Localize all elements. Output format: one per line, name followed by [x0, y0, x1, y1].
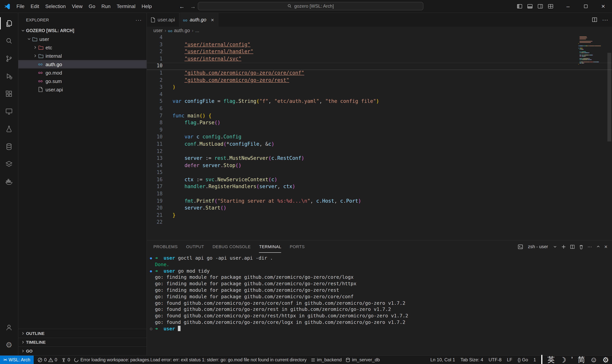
customize-layout-icon[interactable] — [547, 3, 554, 10]
tree-root[interactable]: GOZERO [WSL: ARCH] — [18, 26, 146, 35]
remote-icon: >< — [3, 358, 7, 362]
ime-emoji-icon[interactable]: ☺ — [590, 356, 598, 364]
chevron-right-icon — [20, 349, 26, 353]
command-center-search[interactable]: gozero [WSL: Arch] — [198, 2, 424, 10]
run-debug-icon[interactable] — [0, 67, 18, 85]
section-go[interactable]: GO — [18, 346, 146, 355]
split-terminal-icon[interactable] — [570, 244, 575, 249]
shell-label[interactable]: zsh - user — [528, 244, 548, 249]
close-tab-icon[interactable]: × — [211, 17, 214, 23]
shell-dropdown-icon[interactable] — [553, 244, 557, 249]
source-control-icon[interactable] — [0, 50, 18, 67]
tree-item-user[interactable]: user — [18, 35, 146, 43]
forward-button[interactable]: → — [190, 3, 196, 10]
menu-file[interactable]: File — [13, 3, 27, 9]
ports-icon — [61, 357, 66, 362]
status-item-im-backend[interactable]: im_backend — [310, 357, 342, 363]
panel-tab-debug-console[interactable]: DEBUG CONSOLE — [213, 240, 251, 253]
kill-terminal-icon[interactable] — [579, 244, 584, 249]
explorer-more-actions-icon[interactable]: ··· — [135, 17, 142, 23]
terminal-line: Done. — [155, 261, 612, 268]
tree-item-go-mod[interactable]: GOgo.mod — [18, 68, 146, 77]
database-icon[interactable] — [0, 138, 18, 155]
editor-scrollbar[interactable] — [607, 34, 612, 240]
testing-icon[interactable] — [0, 120, 18, 138]
ime-simplified-icon[interactable]: 简 — [578, 355, 585, 364]
toggle-panel-icon[interactable] — [527, 3, 533, 10]
menu-terminal[interactable]: Terminal — [114, 3, 138, 9]
status-right-item-2[interactable]: UTF-8 — [489, 357, 502, 363]
panel-more-actions-icon[interactable]: ··· — [587, 244, 592, 249]
ime-lang-icon[interactable]: 英 — [547, 355, 555, 364]
tree-item-auth-go[interactable]: GOauth.go — [18, 60, 146, 68]
tree-item-etc[interactable]: etc — [18, 43, 146, 52]
code-line: 13 server := rest.MustNewServer(c.RestCo… — [147, 155, 612, 162]
maximize-panel-icon[interactable] — [596, 244, 600, 249]
menu-go[interactable]: Go — [86, 3, 98, 9]
line-number: 2 — [147, 77, 173, 84]
panel-tab-problems[interactable]: PROBLEMS — [153, 240, 178, 253]
command-decoration-icon: ● — [150, 255, 152, 261]
panel-tab-terminal[interactable]: TERMINAL — [259, 240, 281, 253]
status-right-item-3[interactable]: LF — [507, 357, 512, 363]
status-right-item-1[interactable]: Tab Size: 4 — [461, 357, 483, 363]
menu-edit[interactable]: Edit — [27, 3, 42, 9]
status-item-im-server-db[interactable]: im_server_db — [346, 357, 380, 363]
panel-tab-ports[interactable]: PORTS — [290, 240, 305, 253]
back-button[interactable]: ← — [179, 3, 185, 10]
menu-view[interactable]: View — [69, 3, 86, 9]
menu-help[interactable]: Help — [138, 3, 155, 9]
account-icon[interactable] — [0, 318, 18, 336]
command-decoration-icon: ● — [150, 268, 152, 274]
terminal-line: go: found github.com/zeromicro/go-zero/c… — [155, 319, 612, 326]
breadcrumb-item[interactable]: user — [153, 28, 163, 33]
menu-selection[interactable]: Selection — [42, 3, 69, 9]
toggle-sidebar-icon[interactable] — [516, 3, 523, 10]
code-editor[interactable]: 43 "user/internal/config"2 "user/interna… — [147, 34, 612, 240]
remote-indicator[interactable]: >< WSL: Arch — [0, 356, 34, 364]
explorer-icon[interactable] — [0, 14, 18, 32]
tree-item-internal[interactable]: internal — [18, 52, 146, 60]
status-right-item-4[interactable]: {} Go — [518, 357, 528, 363]
breadcrumb-item[interactable]: ... — [195, 28, 199, 33]
toggle-secondary-sidebar-icon[interactable] — [537, 3, 544, 10]
status-right-item-0[interactable]: Ln 10, Col 1 — [430, 357, 455, 363]
editor-more-actions-icon[interactable]: ··· — [602, 16, 608, 23]
maximize-button[interactable] — [577, 0, 594, 13]
status-right-item-5[interactable]: 1 — [533, 357, 536, 363]
terminal[interactable]: ●➜ user goctl api go -api user.api -dir … — [147, 253, 612, 355]
search-sidebar-icon[interactable] — [0, 32, 18, 50]
folder-icon — [38, 53, 44, 58]
ime-punctuation-icon[interactable]: ’ — [571, 356, 573, 364]
section-outline[interactable]: OUTLINE — [18, 329, 146, 338]
tab-label: auth.go — [190, 17, 206, 23]
workspace-loading-status[interactable]: Error loading workspace: packages.Load e… — [74, 357, 307, 362]
line-number: 1 — [147, 70, 173, 77]
ime-settings-icon[interactable]: ⚙ — [602, 355, 609, 364]
settings-gear-icon[interactable]: ⚙ — [0, 336, 18, 354]
terminal-line: go: finding module for package github.co… — [155, 294, 612, 300]
split-editor-icon[interactable] — [592, 17, 598, 23]
code-line: 10 — [147, 63, 612, 70]
section-timeline[interactable]: TIMELINE — [18, 338, 146, 346]
extensions-icon[interactable] — [0, 85, 18, 103]
tab-auth-go[interactable]: GOauth.go× — [179, 13, 218, 26]
breadcrumb-item[interactable]: GOauth.go — [168, 28, 190, 33]
panel-tab-output[interactable]: OUTPUT — [186, 240, 204, 253]
new-terminal-icon[interactable] — [561, 244, 566, 249]
problems-indicator[interactable]: 0 0 — [38, 357, 57, 363]
menu-run[interactable]: Run — [98, 3, 114, 9]
tree-item-user-api[interactable]: user.api — [18, 85, 146, 94]
layers-icon[interactable] — [0, 155, 18, 173]
tab-user-api[interactable]: user.api — [147, 13, 179, 26]
tree-item-go-sum[interactable]: GOgo.sum — [18, 77, 146, 85]
ime-halfwidth-icon[interactable]: ☽ — [560, 355, 566, 364]
docker-icon[interactable] — [0, 173, 18, 190]
status-bar: >< WSL: Arch 0 0 0 Error loading workspa… — [0, 355, 612, 364]
list-icon — [310, 357, 315, 362]
remote-explorer-icon[interactable] — [0, 103, 18, 120]
ports-indicator[interactable]: 0 — [61, 357, 70, 363]
close-panel-icon[interactable]: × — [604, 244, 607, 250]
close-window-button[interactable]: × — [594, 0, 612, 13]
minimize-button[interactable]: – — [559, 0, 577, 13]
